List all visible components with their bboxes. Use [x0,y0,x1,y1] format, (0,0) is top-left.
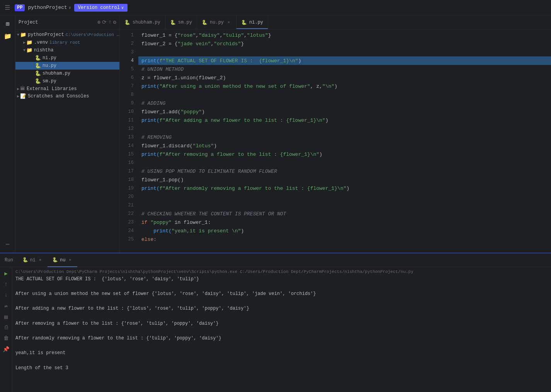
code-line-23: if "poppy" in flower_1: [138,218,551,227]
tree-item-venv[interactable]: ▶ 📁 .venv library root [15,39,119,46]
tab-nu-run[interactable]: 🐍 nu × [48,253,77,267]
close-nu-run-tab[interactable]: × [67,257,73,263]
add-file-icon[interactable]: ⊕ [97,19,100,26]
output-line-1b [15,283,548,290]
chevron-down-icon: ▼ [23,48,26,53]
chevron-down-icon: ▼ [17,33,19,37]
line-6: 6 [120,73,138,82]
line-14: 14 [120,141,138,150]
wrap-lines-icon[interactable]: ⇌ [2,301,11,310]
tab-sm[interactable]: 🐍 sm.py [165,16,197,29]
editor-tabs: 🐍 shubham.py 🐍 sm.py 🐍 nu.py × 🐍 ni.py [120,15,551,29]
console-panel: C:\Users\Production Dept\PyCharm Project… [12,267,551,392]
code-line-2: flower_2 = {"jade vein","orchids"} [138,39,551,48]
line-12: 12 [120,124,138,133]
sidebar-icon-project[interactable]: ⊞ [2,19,13,29]
line-numbers: 1 2 3 4 5 6 7 8 9 10 11 12 13 14 15 16 1… [120,29,138,253]
py-blue-icon-sm: 🐍 [170,20,176,26]
code-line-9: # ADDING [138,99,551,107]
code-line-17: # USING POP METHOD TO ELIMINATE RANDOM F… [138,167,551,176]
line-24: 24 [120,227,138,235]
py-icon-nu: 🐍 [35,63,41,69]
file-panel-header: Project ⊕ ⟳ ↑ ⚙ [15,15,119,29]
line-3: 3 [120,48,138,56]
line-18: 18 [120,176,138,184]
hamburger-icon[interactable]: ☰ [3,2,12,13]
code-line-5: # UNION METHOD [138,65,551,73]
py-icon-ni: 🐍 [35,55,41,61]
code-line-4: print(f"THE ACTUAL SET OF FLOWER IS : {f… [138,56,551,65]
console-view-icon[interactable]: ▤ [2,312,11,321]
tab-shubham[interactable]: 🐍 shubham.py [120,16,165,29]
output-line-6b [15,357,548,365]
code-line-14: flower_1.discard("lotus") [138,141,551,150]
code-line-18: flower_1.pop() [138,176,551,184]
file-panel: Project ⊕ ⟳ ↑ ⚙ ▼ 📁 pythonProject C:\Use… [15,15,120,253]
code-line-3 [138,48,551,56]
tree-item-sm-py[interactable]: 🐍 sm.py [15,77,119,85]
output-line-5b [15,342,548,349]
sidebar-icon-files[interactable]: 📁 [2,31,13,42]
bottom-tabs: Run 🐍 ni × 🐍 nu × [0,253,551,267]
sidebar-icon-more[interactable]: ⋯ [2,239,13,250]
editor-area: 🐍 shubham.py 🐍 sm.py 🐍 nu.py × 🐍 ni.py 1… [120,15,551,253]
code-line-6: z = flower_1.union(flower_2) [138,73,551,82]
tree-item-nu-py[interactable]: 🐍 nu.py [15,62,119,70]
print-icon[interactable]: ⎙ [2,323,11,332]
title-bar: ☰ PP pythonProject ∨ Version control ∨ [0,0,551,15]
code-line-7: print("After using a union method the ne… [138,82,551,90]
code-line-1: flower_1 = {"rose","daisy","tulip","lotu… [138,31,551,39]
run-button[interactable]: ▶ [2,269,11,278]
file-panel-title: Project [19,20,38,25]
project-badge: PP [15,4,25,11]
close-nu-tab[interactable]: × [226,20,231,25]
line-11: 11 [120,116,138,124]
folder-nishtha-icon: 📁 [26,47,32,53]
gear-icon[interactable]: ⚙ [113,19,116,26]
code-editor[interactable]: 1 2 3 4 5 6 7 8 9 10 11 12 13 14 15 16 1… [120,29,551,253]
line-17: 17 [120,167,138,176]
line-15: 15 [120,150,138,159]
tab-nu[interactable]: 🐍 nu.py × [197,16,236,29]
version-control-menu[interactable]: Version control ∨ [74,4,128,12]
output-line-7: Length of the set 3 [15,365,548,372]
line-16: 16 [120,159,138,167]
tree-item-scratches[interactable]: ▶ 📝 Scratches and Consoles [15,92,119,100]
line-2: 2 [120,39,138,48]
console-output[interactable]: C:\Users\Production Dept\PyCharm Project… [12,267,551,392]
trash-icon[interactable]: 🗑 [2,334,11,343]
line-23: 23 [120,218,138,227]
code-line-12 [138,124,551,133]
output-line-5: After randomly removing a flower to the … [15,335,548,342]
tab-run[interactable]: Run [0,253,18,267]
code-line-8 [138,90,551,99]
pin-icon[interactable]: 📌 [2,344,11,354]
tree-item-nishtha[interactable]: ▼ 📁 nishtha [15,46,119,54]
output-line-2b [15,298,548,305]
tree-item-external-libs[interactable]: ▶ 🏛 External Libraries [15,85,119,92]
code-line-13: # REMOVING [138,133,551,141]
code-line-24: print("yeah,it is present \n") [138,227,551,235]
tab-ni-run[interactable]: 🐍 ni × [18,253,48,267]
scroll-down-icon[interactable]: ↓ [2,290,11,300]
line-22: 22 [120,210,138,218]
py-icon-sm: 🐍 [35,78,41,84]
external-libs-icon: 🏛 [20,86,25,92]
tree-item-pythonproject[interactable]: ▼ 📁 pythonProject C:\Users\Production De… [15,31,119,39]
py-icon-shubham: 🐍 [35,70,41,77]
console-path: C:\Users\Production Dept\PyCharm Project… [15,269,548,276]
close-ni-run-tab[interactable]: × [37,257,43,263]
collapse-icon[interactable]: ↑ [108,19,111,26]
code-line-15: print(f"After removing a flower to the l… [138,150,551,159]
tree-item-shubham-py[interactable]: 🐍 shubham.py [15,70,119,77]
chevron-right-icon: ▶ [17,94,19,99]
refresh-icon[interactable]: ⟳ [102,19,107,26]
output-line-4: After removing a flower to the list : {'… [15,320,548,327]
scroll-up-icon[interactable]: ↑ [2,280,11,289]
line-10: 10 [120,107,138,116]
code-line-16 [138,159,551,167]
tree-item-ni-py[interactable]: 🐍 ni.py [15,54,119,62]
tab-ni[interactable]: 🐍 ni.py [236,16,268,29]
project-title[interactable]: pythonProject ∨ [28,5,71,10]
bottom-area: Run 🐍 ni × 🐍 nu × ▶ ↑ ↓ ⇌ ▤ ⎙ 🗑 📌 C: [0,253,551,392]
